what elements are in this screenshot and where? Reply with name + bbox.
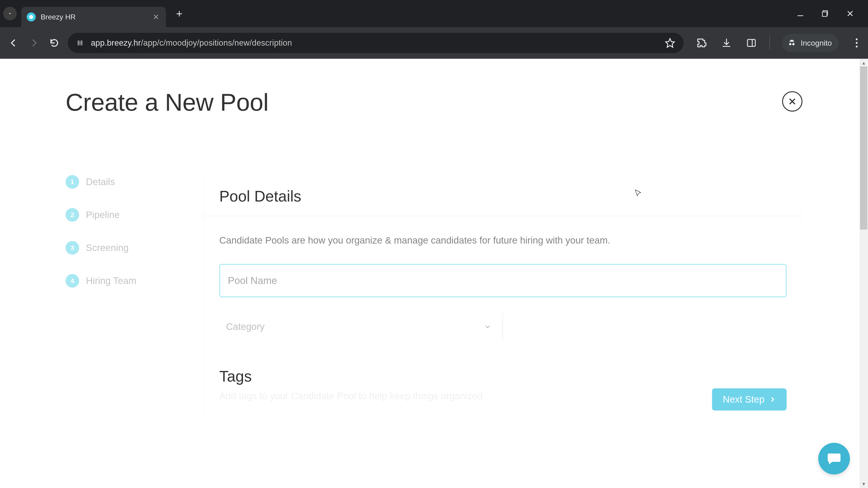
- back-button[interactable]: [7, 36, 20, 50]
- svg-point-5: [78, 41, 79, 42]
- form-panel: Pool Details Candidate Pools are how you…: [204, 173, 802, 420]
- favicon-icon: [27, 12, 36, 22]
- svg-point-6: [81, 41, 82, 42]
- address-bar[interactable]: app.breezy.hr/app/c/moodjoy/positions/ne…: [68, 33, 684, 53]
- category-select[interactable]: Category: [219, 313, 503, 340]
- new-tab-button[interactable]: +: [171, 6, 187, 22]
- step-number: 2: [66, 208, 79, 222]
- pool-name-input[interactable]: [219, 264, 786, 297]
- tab-close-button[interactable]: ✕: [151, 12, 160, 22]
- chevron-down-icon: [484, 323, 492, 331]
- steps-sidebar: 1 Details 2 Pipeline 3 Screening 4 Hirin…: [66, 173, 204, 420]
- tags-description: Add tags to your Candidate Pool to help …: [219, 390, 786, 403]
- close-button[interactable]: [782, 91, 802, 111]
- incognito-indicator[interactable]: Incognito: [782, 34, 839, 52]
- step-hiring-team[interactable]: 4 Hiring Team: [66, 274, 204, 288]
- step-label: Pipeline: [86, 209, 120, 220]
- forward-button[interactable]: [27, 36, 41, 50]
- section-title-pool-details: Pool Details: [219, 187, 786, 205]
- step-number: 1: [66, 175, 79, 189]
- step-screening[interactable]: 3 Screening: [66, 241, 204, 255]
- step-label: Details: [86, 176, 115, 187]
- section-title-tags: Tags: [219, 367, 786, 385]
- browser-tab[interactable]: Breezy HR ✕: [21, 7, 166, 27]
- side-panel-icon[interactable]: [745, 36, 758, 50]
- svg-marker-10: [666, 39, 674, 47]
- pool-details-description: Candidate Pools are how you organize & m…: [219, 234, 786, 247]
- window-minimize-button[interactable]: [795, 8, 806, 19]
- reload-button[interactable]: [48, 36, 61, 50]
- svg-point-14: [789, 43, 792, 45]
- step-number: 4: [66, 274, 79, 288]
- svg-point-15: [792, 43, 795, 45]
- window-close-button[interactable]: [844, 8, 856, 19]
- url-text: app.breezy.hr/app/c/moodjoy/positions/ne…: [91, 38, 292, 48]
- step-label: Hiring Team: [86, 275, 136, 286]
- next-step-label: Next Step: [723, 394, 765, 405]
- step-label: Screening: [86, 242, 129, 253]
- svg-point-7: [78, 43, 79, 45]
- next-step-button[interactable]: Next Step: [712, 388, 786, 411]
- chat-widget-button[interactable]: [818, 443, 850, 475]
- browser-menu-button[interactable]: [852, 38, 861, 47]
- site-info-icon[interactable]: [74, 37, 86, 48]
- chat-icon: [827, 451, 842, 466]
- chevron-right-icon: [769, 396, 776, 403]
- tabs-search-button[interactable]: [3, 7, 17, 20]
- toolbar-divider: [770, 36, 770, 50]
- incognito-label: Incognito: [801, 39, 832, 47]
- window-maximize-button[interactable]: [819, 8, 831, 19]
- page-title: Create a New Pool: [66, 88, 269, 116]
- svg-rect-2: [822, 12, 827, 17]
- step-details[interactable]: 1 Details: [66, 175, 204, 189]
- panel-divider: [204, 216, 802, 216]
- category-placeholder: Category: [226, 321, 265, 332]
- downloads-icon[interactable]: [720, 36, 733, 50]
- svg-point-8: [81, 43, 82, 45]
- tab-title: Breezy HR: [41, 13, 151, 21]
- extensions-icon[interactable]: [695, 36, 708, 50]
- step-pipeline[interactable]: 2 Pipeline: [66, 208, 204, 222]
- svg-rect-12: [747, 39, 755, 46]
- step-number: 3: [66, 241, 79, 255]
- bookmark-star-icon[interactable]: [663, 36, 677, 50]
